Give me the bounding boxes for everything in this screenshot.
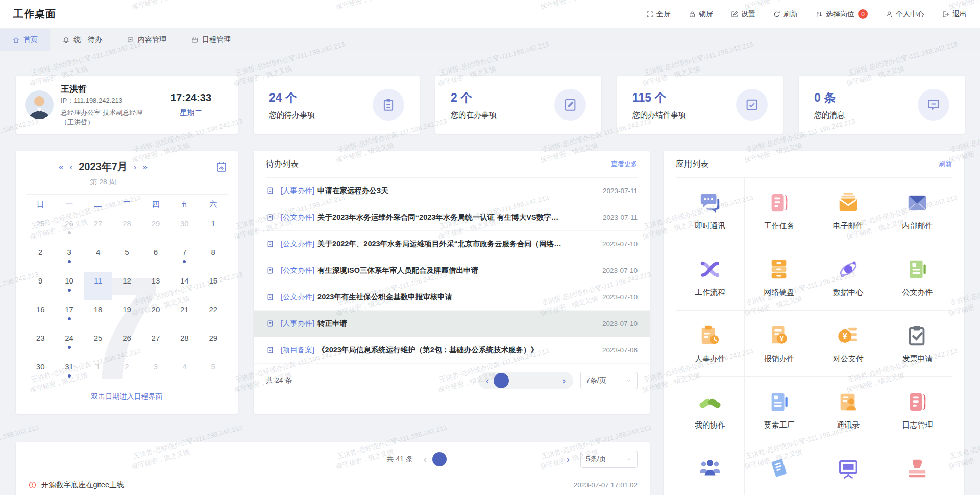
calendar-day[interactable]: 30 (26, 358, 55, 386)
prev-year-button[interactable]: « (59, 162, 63, 171)
app-item-报销办件[interactable]: ¥ 报销办件 (745, 311, 814, 377)
calendar-day[interactable]: 14 (170, 272, 199, 300)
news-page-size-select[interactable]: 5条/页 (580, 451, 638, 468)
app-item-公文办件[interactable]: 公文办件 (883, 244, 952, 311)
calendar-day[interactable]: 22 (199, 300, 228, 329)
calendar-day[interactable]: 31 (55, 358, 83, 386)
next-page-button[interactable]: › (559, 376, 569, 385)
app-item-数据中心[interactable]: 数据中心 (814, 244, 883, 311)
calendar-day[interactable]: 25 (26, 215, 55, 243)
prev-page-button[interactable]: ‹ (482, 376, 493, 385)
calendar-day[interactable]: 18 (84, 300, 112, 329)
prev-month-button[interactable]: ‹ (69, 162, 72, 171)
calendar-day[interactable]: 10 (55, 272, 83, 300)
calendar-footer-hint[interactable]: 双击日期进入日程界面 (26, 392, 228, 402)
calendar-day[interactable]: 13 (141, 272, 170, 300)
header-action-user[interactable]: 个人中心 (885, 10, 924, 19)
app-item-people[interactable] (676, 443, 745, 495)
calendar-day[interactable]: 6 (141, 243, 170, 272)
calendar-day[interactable]: 29 (141, 215, 170, 243)
tab-calendar[interactable]: 日程管理 (179, 29, 243, 51)
next-year-button[interactable]: » (142, 162, 147, 171)
calendar-day[interactable]: 29 (199, 329, 228, 358)
app-item-receipt[interactable] (745, 443, 814, 495)
todo-item[interactable]: [公文办件] 有生深境ISO三体系年审人员配合及牌匾借出申请 2023-07-1… (254, 257, 650, 284)
calendar-day[interactable]: 2 (26, 243, 55, 272)
news-prev-page-button[interactable]: ‹ (420, 455, 430, 464)
calendar-day[interactable]: 8 (199, 243, 228, 272)
calendar-day[interactable]: 21 (170, 300, 199, 329)
todo-item[interactable]: [项目备案] 《2023年局信息系统运行维护（第2包：基础办公系统技术服务）》 … (254, 337, 650, 364)
header-action-logout[interactable]: 退出 (942, 10, 967, 19)
todo-page-size-select[interactable]: 7条/页 (580, 372, 638, 389)
calendar-day[interactable]: 20 (141, 300, 170, 329)
calendar-day[interactable]: 12 (112, 272, 141, 300)
view-more-link[interactable]: 查看更多 (611, 159, 638, 169)
header-action-fullscreen[interactable]: 全屏 (646, 10, 671, 19)
todo-item[interactable]: [公文办件] 关于2022年、2023年水务局运维项目外采“北京市政务云服务合同… (254, 231, 650, 257)
page-number[interactable] (494, 373, 509, 388)
app-item-即时通讯[interactable]: 即时通讯 (676, 178, 745, 244)
calendar-day[interactable]: 23 (26, 329, 55, 358)
header-action-swap[interactable]: 选择岗位 0 (815, 9, 868, 19)
app-item-stamp[interactable] (883, 443, 952, 495)
page-number[interactable] (481, 452, 496, 466)
calendar-day[interactable]: 30 (170, 215, 199, 243)
calendar-day[interactable]: 16 (26, 300, 55, 329)
app-item-工作流程[interactable]: 工作流程 (676, 244, 745, 311)
calendar-day[interactable]: 4 (84, 243, 112, 272)
calendar-day[interactable]: 4 (170, 358, 199, 386)
page-number[interactable] (432, 452, 447, 466)
app-item-工作任务[interactable]: 工作任务 (745, 178, 814, 244)
tab-chat-square[interactable]: 内容管理 (114, 29, 179, 51)
app-item-内部邮件[interactable]: 内部邮件 (883, 178, 952, 244)
calendar-day[interactable]: 24 (55, 329, 83, 358)
todo-item[interactable]: [人事办件] 申请在家远程办公3天 2023-07-11 (254, 178, 650, 204)
app-item-board[interactable] (814, 443, 883, 495)
calendar-day[interactable]: 3 (55, 243, 83, 272)
calendar-day[interactable]: 28 (112, 215, 141, 243)
app-item-发票申请[interactable]: 发票申请 (883, 311, 952, 377)
today-icon[interactable]: 今 (215, 161, 228, 173)
next-month-button[interactable]: › (134, 162, 137, 171)
page-number[interactable] (547, 452, 561, 466)
calendar-day[interactable]: 7 (170, 243, 199, 272)
calendar-day[interactable]: 19 (112, 300, 141, 329)
calendar-day[interactable]: 17 (55, 300, 83, 329)
calendar-day[interactable]: 26 (112, 329, 141, 358)
calendar-day[interactable]: 25 (84, 329, 112, 358)
app-item-电子邮件[interactable]: 电子邮件 (814, 178, 883, 244)
page-number[interactable] (514, 452, 528, 466)
calendar-day[interactable]: 1 (84, 358, 112, 386)
calendar-day[interactable]: 27 (141, 329, 170, 358)
page-number[interactable] (510, 373, 525, 388)
header-action-lock[interactable]: 锁屏 (688, 10, 713, 19)
calendar-day[interactable]: 28 (170, 329, 199, 358)
page-number[interactable] (498, 452, 512, 466)
page-number[interactable] (543, 373, 558, 388)
app-item-对公支付[interactable]: ¥ 对公支付 (814, 311, 883, 377)
calendar-day[interactable]: 9 (26, 272, 55, 300)
tab-bell[interactable]: 统一待办 (50, 29, 114, 51)
header-action-refresh[interactable]: 刷新 (773, 10, 798, 19)
page-number[interactable] (449, 452, 463, 466)
news-next-page-button[interactable]: › (563, 455, 573, 464)
news-item[interactable]: 开源数字底座在gitee上线 2023-07-07 17:01:02 (28, 480, 638, 490)
app-item-日志管理[interactable]: 日志管理 (883, 377, 952, 443)
app-item-网络硬盘[interactable]: 网络硬盘 (745, 244, 814, 311)
calendar-day[interactable]: 1 (199, 215, 228, 243)
calendar-day[interactable]: 26 (55, 215, 83, 243)
todo-item[interactable]: [公文办件] 关于2023年水务运维外采合同“2023年水务局统一认证 有生博大… (254, 204, 650, 231)
calendar-day[interactable]: 15 (199, 272, 228, 300)
todo-item[interactable]: [人事办件] 转正申请 2023-07-10 (254, 311, 650, 337)
calendar-day[interactable]: 5 (199, 358, 228, 386)
tab-home[interactable]: 首页 (0, 29, 50, 51)
todo-item[interactable]: [公文办件] 2023年有生社保公积金基数申报审核申请 2023-07-10 (254, 284, 650, 311)
app-item-我的协作[interactable]: 我的协作 (676, 377, 745, 443)
page-number[interactable] (465, 452, 479, 466)
calendar-day[interactable]: 5 (112, 243, 141, 272)
calendar-day[interactable]: 2 (112, 358, 141, 386)
app-item-要素工厂[interactable]: 要素工厂 (745, 377, 814, 443)
page-number[interactable] (530, 452, 545, 466)
calendar-day[interactable]: 27 (84, 215, 112, 243)
